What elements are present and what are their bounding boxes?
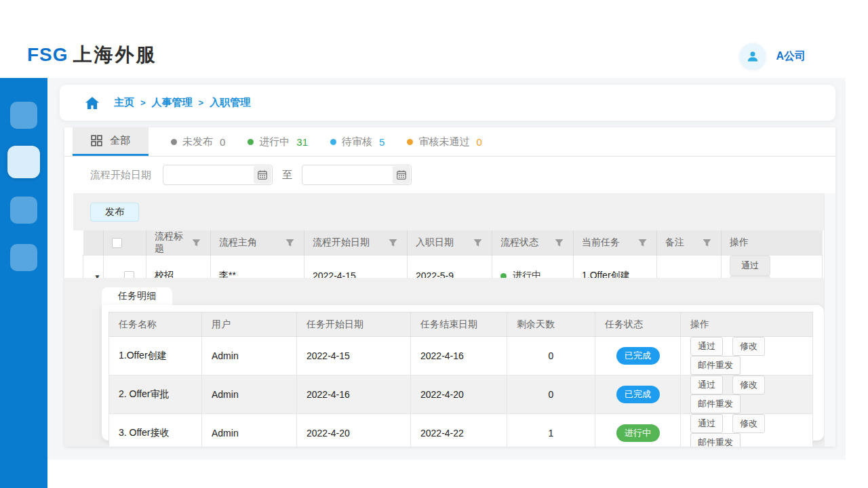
tab-unpublished-count: 0 [220,136,225,148]
tab-in-progress-label: 进行中 [259,136,290,148]
company-name[interactable]: A公司 [776,49,806,64]
content-area: 主页 > 人事管理 > 入职管理 全部 未发布 [47,78,846,460]
task-row: 3. Offer接收 Admin 2022-4-20 2022-4-22 1 进… [109,414,813,447]
filter-icon[interactable] [285,239,294,247]
page: FSG 上海外服 A公司 主页 > [0,0,868,488]
user-menu[interactable]: A公司 [740,43,806,69]
cell-days-left: 0 [507,375,595,414]
col-process-title: 流程标题 [146,230,211,256]
col-task-user: 用户 [202,312,297,337]
filter-icon[interactable] [638,239,647,247]
tab-unpublished[interactable]: 未发布 0 [171,127,225,156]
modify-button[interactable]: 修改 [732,414,765,433]
sidebar-item-4[interactable] [10,244,37,271]
breadcrumb: 主页 > 人事管理 > 入职管理 [60,85,835,121]
breadcrumb-hr[interactable]: 人事管理 [152,96,193,109]
col-current-task: 当前任务 [574,230,657,256]
calendar-icon [396,169,407,180]
breadcrumb-onboarding[interactable]: 入职管理 [210,96,250,109]
filter-icon[interactable] [703,239,711,247]
status-tabs: 全部 未发布 0 进行中 31 待审核 5 [64,127,835,157]
breadcrumb-separator: > [199,98,204,108]
resend-email-button[interactable]: 邮件重发 [690,394,741,413]
main-panel: 全部 未发布 0 进行中 31 待审核 5 [64,127,835,447]
select-all-checkbox[interactable] [112,238,122,248]
status-dot-orange [407,139,413,145]
publish-button[interactable]: 发布 [90,203,139,222]
cell-days-left: 0 [507,337,595,375]
date-from-calendar-button[interactable] [254,166,271,184]
cell-task-end: 2022-4-16 [411,337,507,375]
approve-button[interactable]: 通过 [690,337,723,356]
task-row: 1.Offer创建 Admin 2022-4-15 2022-4-16 0 已完… [109,337,813,375]
select-all-header [104,230,146,256]
home-icon[interactable] [85,96,100,110]
scrollbar-track[interactable] [824,193,835,447]
col-task-end: 任务结束日期 [411,312,507,337]
tab-in-progress[interactable]: 进行中 31 [248,127,308,156]
date-filter-label: 流程开始日期 [90,169,151,182]
status-dot-gray [171,139,177,145]
date-from-box [163,165,273,185]
tab-review-failed[interactable]: 审核未通过 0 [407,127,481,156]
resend-email-button[interactable]: 邮件重发 [690,433,741,447]
grid-icon [91,135,102,146]
col-entry-date: 入职日期 [408,230,492,256]
col-actions: 操作 [722,230,823,256]
col-process-owner: 流程主角 [211,230,304,256]
cell-task-user: Admin [202,337,297,375]
tab-task-detail[interactable]: 任务明细 [102,287,172,305]
modify-button[interactable]: 修改 [732,337,765,356]
cell-task-user: Admin [202,414,297,447]
filter-icon[interactable] [473,239,482,247]
col-task-name: 任务名称 [109,312,202,337]
breadcrumb-trail: 主页 > 人事管理 > 入职管理 [114,96,250,109]
tab-review-failed-count: 0 [476,136,481,148]
task-table: 任务名称 用户 任务开始日期 任务结束日期 剩余天数 任务状态 操作 [108,312,813,447]
task-detail-section: 任务明细 任务名称 用户 任务开始日期 任务结束日期 [64,278,835,447]
sidebar-item-3[interactable] [10,197,37,224]
cell-task-name: 3. Offer接收 [109,414,202,447]
cell-task-end: 2022-4-20 [411,375,507,414]
filter-icon[interactable] [555,239,564,247]
date-to-calendar-button[interactable] [393,166,410,184]
cell-task-name: 2. Offer审批 [109,375,202,414]
col-days-left: 剩余天数 [507,312,595,337]
col-task-status: 任务状态 [595,312,681,337]
filter-icon[interactable] [389,239,397,247]
cell-days-left: 1 [507,414,595,447]
approve-button[interactable]: 通过 [690,414,723,433]
approve-button[interactable]: 通过 [730,256,770,276]
cell-task-actions: 通过 修改 邮件重发 [681,375,813,414]
date-to-box [302,165,412,185]
tab-pending-review-count: 5 [379,136,384,148]
cell-task-status: 已完成 [595,375,681,414]
cell-task-start: 2022-4-20 [297,414,411,447]
status-badge: 已完成 [616,347,660,365]
status-badge: 进行中 [616,424,660,442]
logo-company-name: 上海外服 [73,42,157,68]
breadcrumb-home[interactable]: 主页 [114,96,134,109]
cell-task-status: 进行中 [595,414,681,447]
breadcrumb-separator: > [140,98,146,108]
tab-unpublished-label: 未发布 [182,136,213,148]
modify-button[interactable]: 修改 [732,375,765,394]
action-band: 发布 [73,193,835,230]
cell-task-name: 1.Offer创建 [109,337,202,375]
cell-task-start: 2022-4-16 [297,375,411,414]
date-to-label: 至 [282,169,292,182]
col-process-status: 流程状态 [492,230,574,256]
approve-button[interactable]: 通过 [690,375,723,394]
date-filter-row: 流程开始日期 [64,157,835,193]
brand-logo: FSG 上海外服 [27,42,157,68]
tab-in-progress-count: 31 [296,136,308,148]
filter-icon[interactable] [192,239,201,247]
sidebar-item-1[interactable] [10,102,37,129]
resend-email-button[interactable]: 邮件重发 [690,356,741,375]
tab-all[interactable]: 全部 [73,127,149,156]
avatar[interactable] [740,43,766,69]
col-task-start: 任务开始日期 [297,312,411,337]
task-table-header-row: 任务名称 用户 任务开始日期 任务结束日期 剩余天数 任务状态 操作 [109,312,813,337]
sidebar-item-2-active[interactable] [7,146,40,178]
tab-pending-review[interactable]: 待审核 5 [330,127,384,156]
